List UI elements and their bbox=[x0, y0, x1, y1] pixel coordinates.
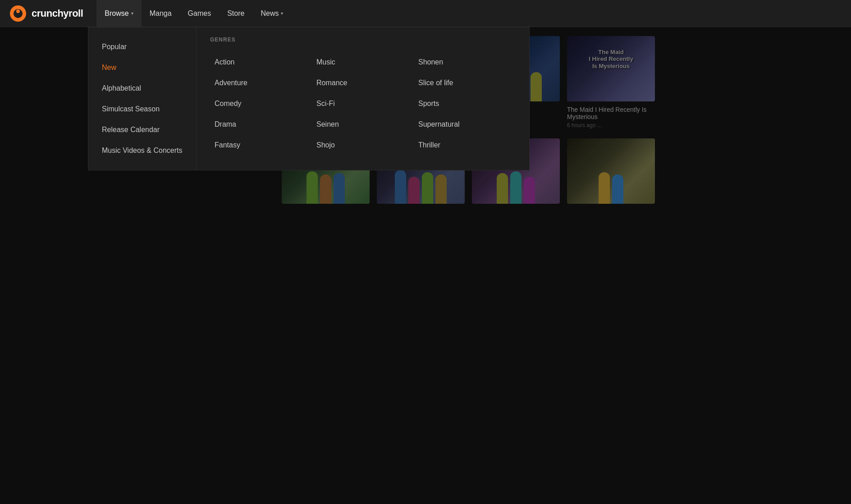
svg-point-2 bbox=[16, 9, 20, 13]
genre-slice-of-life[interactable]: Slice of life bbox=[414, 73, 516, 93]
genre-scifi[interactable]: Sci-Fi bbox=[312, 93, 414, 114]
dropdown-left-panel: Popular New Alphabetical Simulcast Seaso… bbox=[88, 27, 197, 170]
navbar: crunchyroll Browse ▾ Manga Games Store N… bbox=[0, 0, 851, 27]
nav-news[interactable]: News ▾ bbox=[252, 0, 291, 27]
news-chevron-icon: ▾ bbox=[281, 11, 283, 16]
nav-store[interactable]: Store bbox=[219, 0, 252, 27]
genre-romance[interactable]: Romance bbox=[312, 73, 414, 93]
nav-links: Browse ▾ Manga Games Store News ▾ bbox=[96, 0, 291, 27]
dropdown-alphabetical[interactable]: Alphabetical bbox=[88, 78, 196, 99]
dropdown-genres-panel: GENRES Action Adventure Comedy Drama Fan… bbox=[197, 27, 529, 170]
logo[interactable]: crunchyroll bbox=[9, 5, 83, 23]
genre-adventure[interactable]: Adventure bbox=[210, 73, 312, 93]
nav-browse[interactable]: Browse ▾ bbox=[96, 0, 141, 27]
genres-grid: Action Adventure Comedy Drama Fantasy Mu… bbox=[210, 52, 516, 156]
genre-comedy[interactable]: Comedy bbox=[210, 93, 312, 114]
genre-shonen[interactable]: Shonen bbox=[414, 52, 516, 73]
browse-dropdown: Popular New Alphabetical Simulcast Seaso… bbox=[88, 27, 530, 170]
genre-col-2: Music Romance Sci-Fi Seinen Shojo bbox=[312, 52, 414, 156]
genre-sports[interactable]: Sports bbox=[414, 93, 516, 114]
dropdown-release-calendar[interactable]: Release Calendar bbox=[88, 119, 196, 140]
genre-col-1: Action Adventure Comedy Drama Fantasy bbox=[210, 52, 312, 156]
genre-music[interactable]: Music bbox=[312, 52, 414, 73]
genre-shojo[interactable]: Shojo bbox=[312, 135, 414, 156]
genre-action[interactable]: Action bbox=[210, 52, 312, 73]
dropdown-new[interactable]: New bbox=[88, 57, 196, 78]
nav-manga[interactable]: Manga bbox=[142, 0, 180, 27]
dropdown-music-videos[interactable]: Music Videos & Concerts bbox=[88, 140, 196, 161]
nav-games[interactable]: Games bbox=[180, 0, 220, 27]
crunchyroll-logo-icon bbox=[9, 5, 27, 23]
dropdown-simulcast[interactable]: Simulcast Season bbox=[88, 99, 196, 119]
logo-text: crunchyroll bbox=[32, 8, 83, 19]
genre-drama[interactable]: Drama bbox=[210, 114, 312, 135]
genre-fantasy[interactable]: Fantasy bbox=[210, 135, 312, 156]
genres-label: GENRES bbox=[210, 37, 516, 43]
browse-chevron-icon: ▾ bbox=[131, 11, 133, 16]
genre-col-3: Shonen Slice of life Sports Supernatural… bbox=[414, 52, 516, 156]
genre-supernatural[interactable]: Supernatural bbox=[414, 114, 516, 135]
genre-seinen[interactable]: Seinen bbox=[312, 114, 414, 135]
dropdown-popular[interactable]: Popular bbox=[88, 37, 196, 57]
genre-thriller[interactable]: Thriller bbox=[414, 135, 516, 156]
